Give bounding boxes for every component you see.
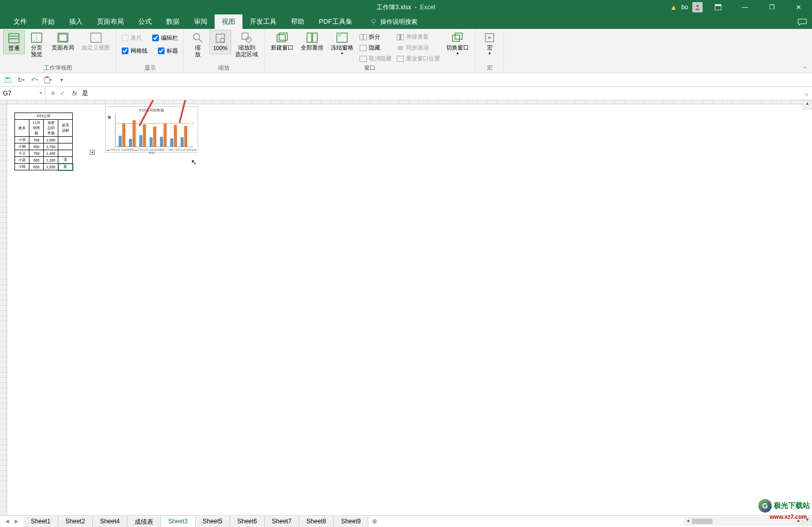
switch-windows-button[interactable]: 切换窗口 ▾ — [443, 30, 472, 58]
svg-rect-38 — [45, 76, 48, 78]
magnifier-icon — [191, 32, 204, 43]
tab-pdf-toolset[interactable]: PDF工具集 — [312, 14, 360, 29]
zoom-button[interactable]: 缩 放 — [187, 30, 208, 60]
svg-line-14 — [199, 39, 202, 42]
row-headers[interactable] — [0, 104, 7, 517]
paste-button[interactable]: ▾ — [43, 75, 53, 85]
custom-views-button[interactable]: 自定义视图 — [78, 30, 113, 53]
sheet-tab-sheet8[interactable]: Sheet8 — [299, 516, 334, 528]
tab-page-layout[interactable]: 页面布局 — [90, 14, 131, 29]
sheet-tab-sheet1[interactable]: Sheet1 — [24, 516, 58, 528]
arrange-all-button[interactable]: 全部重排 — [298, 30, 327, 53]
undo-button[interactable]: ↶▾ — [30, 75, 39, 85]
zoom-selection-icon — [240, 32, 253, 43]
formula-input[interactable] — [79, 90, 802, 97]
svg-rect-27 — [360, 45, 367, 51]
formula-bar-checkbox[interactable]: 编辑栏 — [150, 33, 180, 43]
svg-rect-20 — [279, 33, 287, 40]
data-table[interactable]: XXX公司姓名11月销售额当前总销售额是否达标小张7001,500小杨5001,… — [14, 113, 73, 170]
svg-point-13 — [193, 34, 200, 40]
comment-icon[interactable] — [798, 19, 807, 25]
user-avatar-icon[interactable] — [692, 2, 703, 12]
chart-title: XXX公司销售额 — [106, 107, 198, 113]
qat-customize-button[interactable]: ▾ — [57, 75, 66, 85]
sheet-tab-sheet3[interactable]: Sheet3 — [161, 516, 196, 528]
sheet-tab-sheet6[interactable]: Sheet6 — [230, 516, 265, 528]
svg-rect-36 — [6, 77, 9, 79]
svg-rect-10 — [59, 34, 67, 41]
ribbon: 普通 分页 预览 页面布局 自定义视图 工作簿视图 直尺 编辑栏 — [0, 29, 812, 73]
new-window-button[interactable]: 新建窗口 — [268, 30, 297, 53]
svg-rect-2 — [715, 5, 721, 6]
enter-formula-button[interactable]: ✓ — [60, 90, 65, 97]
sheet-nav-prev-button[interactable]: ◄ — [4, 518, 10, 525]
hide-icon — [360, 45, 367, 51]
menu-tabs-bar: 文件 开始 插入 页面布局 公式 数据 审阅 视图 开发工具 帮助 PDF工具集… — [0, 14, 812, 29]
fx-icon[interactable]: fx — [70, 90, 79, 97]
cursor-pointer-icon: ↖ — [191, 158, 197, 166]
name-box[interactable]: G7 ▼ — [0, 87, 45, 100]
split-icon — [360, 34, 367, 40]
svg-rect-30 — [401, 34, 404, 40]
expand-formula-bar-button[interactable]: ⌄ — [802, 90, 812, 97]
svg-point-16 — [220, 38, 224, 42]
tab-view[interactable]: 视图 — [215, 14, 242, 29]
svg-marker-35 — [489, 36, 492, 39]
scroll-up-button[interactable]: ▲ — [803, 100, 812, 109]
sheet-tab-sheet2[interactable]: Sheet2 — [58, 516, 93, 528]
group-label-window: 窗口 — [268, 64, 472, 73]
close-button[interactable]: ✕ — [787, 0, 810, 14]
tab-developer[interactable]: 开发工具 — [242, 14, 284, 29]
column-headers[interactable] — [7, 100, 812, 104]
pagebreak-preview-button[interactable]: 分页 预览 — [26, 30, 47, 60]
macros-button[interactable]: 宏 ▾ — [479, 30, 500, 58]
collapse-ribbon-button[interactable]: ⌃ — [803, 66, 807, 72]
gridlines-checkbox[interactable]: 网格线 — [120, 46, 150, 56]
tab-formulas[interactable]: 公式 — [131, 14, 159, 29]
refresh-button[interactable]: ↻▾ — [17, 75, 26, 85]
svg-rect-19 — [277, 35, 285, 42]
normal-view-button[interactable]: 普通 — [3, 30, 25, 54]
sheet-tab-sheet9[interactable]: Sheet9 — [334, 516, 368, 528]
page-layout-view-button[interactable]: 页面布局 — [48, 30, 77, 53]
sheet-tab-sheet5[interactable]: Sheet5 — [196, 516, 230, 528]
svg-rect-28 — [360, 56, 367, 62]
svg-rect-21 — [307, 33, 312, 42]
split-button[interactable]: 拆分 — [358, 32, 394, 42]
ruler-checkbox: 直尺 — [120, 33, 144, 43]
sheet-tab-sheet7[interactable]: Sheet7 — [265, 516, 299, 528]
tab-home[interactable]: 开始 — [34, 14, 62, 29]
zoom-100-button[interactable]: 100% — [209, 30, 231, 54]
autofilter-dropdown-icon[interactable]: ▾ — [90, 150, 95, 155]
cancel-formula-button[interactable]: ✕ — [51, 90, 56, 97]
chart-legend: ▬ XXX公司 11月销售额 ▬ XXX公司 当前总销售额 ⋯ 线性 (XXX公… — [106, 147, 198, 154]
svg-rect-22 — [313, 33, 317, 42]
tab-review[interactable]: 审阅 — [187, 14, 215, 29]
tab-file[interactable]: 文件 — [6, 14, 34, 29]
scrollbar-thumb[interactable] — [692, 519, 712, 524]
freeze-panes-button[interactable]: 冻结窗格 ▾ — [328, 30, 356, 58]
zoom-to-selection-button[interactable]: 缩放到 选定区域 — [232, 30, 261, 60]
minimize-button[interactable]: — — [734, 0, 756, 14]
reset-icon — [397, 56, 404, 62]
sheet-nav-next-button[interactable]: ► — [13, 518, 20, 525]
hide-button[interactable]: 隐藏 — [358, 43, 394, 53]
tell-me-search[interactable]: 操作说明搜索 — [370, 18, 417, 26]
worksheet-grid[interactable]: XXX公司姓名11月销售额当前总销售额是否达标小张7001,500小杨5001,… — [0, 100, 812, 523]
sheet-tab-sheet4[interactable]: Sheet4 — [93, 516, 127, 528]
formula-bar: G7 ▼ ✕ ✓ fx ⌄ — [0, 87, 812, 100]
svg-rect-12 — [91, 33, 101, 42]
sheet-tab-成绩表[interactable]: 成绩表 — [127, 516, 161, 528]
watermark: G 极光下载站 www.xz7.com — [758, 499, 810, 513]
user-name[interactable]: bo — [681, 4, 688, 11]
embedded-chart[interactable]: 销售额 XXX公司销售额 ▬ XXX公司 11月销售额 ▬ XXX公司 当前总销… — [105, 106, 198, 153]
headings-checkbox[interactable]: 标题 — [156, 46, 180, 56]
save-button[interactable] — [3, 75, 12, 85]
tab-data[interactable]: 数据 — [159, 14, 187, 29]
select-all-corner[interactable] — [0, 100, 7, 104]
restore-button[interactable]: ❐ — [760, 0, 783, 14]
tab-insert[interactable]: 插入 — [62, 14, 90, 29]
ribbon-display-options-button[interactable] — [707, 0, 729, 14]
new-sheet-button[interactable]: ⊕ — [368, 516, 381, 526]
tab-help[interactable]: 帮助 — [284, 14, 312, 29]
